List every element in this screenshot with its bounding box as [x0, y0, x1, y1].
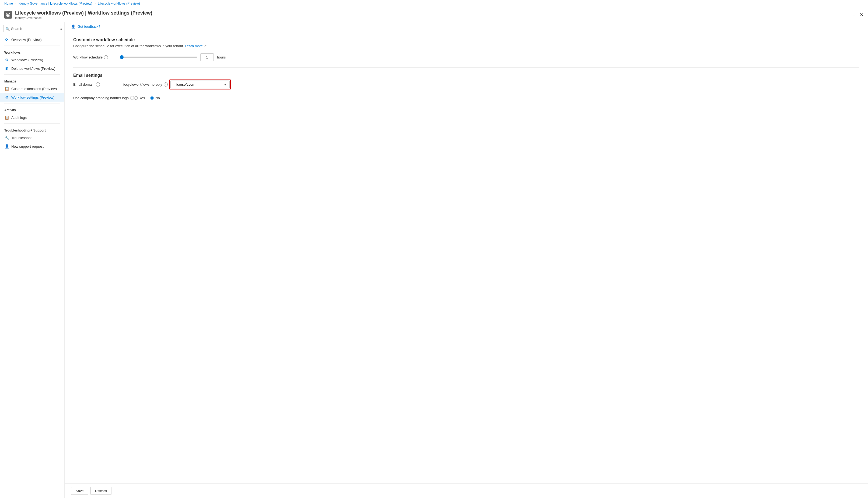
email-domain-label: Email domain i [73, 82, 122, 87]
customize-section: Customize workflow schedule Configure th… [73, 38, 859, 61]
learn-more-link[interactable]: Learn more [185, 44, 203, 48]
divider-4 [4, 123, 60, 124]
customize-title: Customize workflow schedule [73, 38, 859, 42]
workflow-schedule-row: Workflow schedule i 1 hours [73, 53, 859, 61]
section-divider [73, 67, 859, 68]
bottom-bar: Save Discard [65, 483, 868, 498]
sidebar-item-workflow-settings[interactable]: ⚙ Workflow settings (Preview) [0, 93, 64, 102]
email-domain-wrap: lifecycleworkflows-noreply i microsoft.c… [122, 79, 231, 90]
sidebar-item-overview-label: Overview (Preview) [11, 38, 42, 42]
sidebar-item-custom-extensions[interactable]: 📋 Custom extensions (Preview) [0, 84, 64, 93]
email-domain-box: microsoft.com contoso.com [169, 79, 231, 90]
overview-icon: ⟳ [4, 37, 9, 42]
sidebar-item-new-support-request[interactable]: 👤 New support request [0, 142, 64, 150]
page-title: Lifecycle workflows (Preview) | Workflow… [15, 10, 847, 16]
divider-3 [4, 103, 60, 104]
main-content: 👤 Got feedback? Customize workflow sched… [65, 22, 868, 498]
breadcrumb-identity-governance[interactable]: Identity Governance | Lifecycle workflow… [18, 2, 92, 5]
discard-button[interactable]: Discard [91, 487, 111, 495]
sidebar-item-troubleshoot-label: Troubleshoot [11, 136, 31, 140]
email-section: Email settings Email domain i lifecyclew… [73, 73, 859, 100]
radio-yes-input[interactable] [134, 96, 138, 100]
email-domain-row: Email domain i lifecycleworkflows-norepl… [73, 79, 859, 90]
radio-group: Yes No [134, 96, 160, 100]
sidebar-item-workflows-preview[interactable]: ⚙ Workflows (Preview) [0, 55, 64, 64]
workflow-schedule-label: Workflow schedule i [73, 55, 122, 59]
divider [4, 45, 60, 46]
top-bar-titles: Lifecycle workflows (Preview) | Workflow… [15, 10, 847, 19]
radio-yes[interactable]: Yes [134, 96, 145, 100]
section-label-activity: Activity [0, 105, 64, 113]
sidebar-item-audit-logs[interactable]: 📋 Audit logs [0, 113, 64, 122]
email-prefix: lifecycleworkflows-noreply [122, 82, 162, 87]
slider-wrap: 1 hours [122, 53, 226, 61]
close-button[interactable]: ✕ [860, 12, 864, 18]
radio-no-input[interactable] [150, 96, 154, 100]
customize-description: Configure the schedule for execution of … [73, 44, 859, 48]
sidebar-item-extensions-label: Custom extensions (Preview) [11, 87, 57, 91]
slider-unit: hours [217, 55, 226, 59]
sidebar-item-deleted-workflows[interactable]: 🗑 Deleted workflows (Preview) [0, 64, 64, 73]
slider-thumb[interactable] [120, 55, 124, 59]
collapse-icon[interactable]: « [60, 27, 62, 31]
feedback-label: Got feedback? [78, 25, 100, 29]
divider-2 [4, 74, 60, 75]
top-bar: Lifecycle workflows (Preview) | Workflow… [0, 7, 868, 22]
settings-icon: ⚙ [4, 95, 9, 100]
radio-no-label: No [155, 96, 160, 100]
workflow-icon: ⚙ [4, 57, 9, 62]
page-subtitle: Identity Governance [15, 16, 847, 19]
sidebar-item-overview[interactable]: ⟳ Overview (Preview) [0, 35, 64, 44]
radio-no[interactable]: No [150, 96, 160, 100]
feedback-bar[interactable]: 👤 Got feedback? [65, 22, 868, 31]
breadcrumb: Home › Identity Governance | Lifecycle w… [0, 0, 868, 7]
email-domain-info-icon[interactable]: i [96, 82, 100, 87]
feedback-icon: 👤 [71, 25, 76, 29]
sidebar-item-audit-label: Audit logs [11, 116, 27, 120]
sidebar-item-support-label: New support request [11, 144, 44, 148]
branding-label: Use company branding banner logo i [73, 96, 134, 100]
branding-info-icon[interactable]: i [130, 96, 134, 100]
wrench-icon: 🔧 [4, 135, 9, 140]
sidebar-item-settings-label: Workflow settings (Preview) [11, 95, 54, 100]
log-icon: 📋 [4, 115, 9, 120]
email-section-title: Email settings [73, 73, 859, 78]
email-prefix-info-icon[interactable]: i [164, 82, 168, 87]
sidebar-item-deleted-label: Deleted workflows (Preview) [11, 67, 55, 70]
email-domain-select[interactable]: microsoft.com contoso.com [171, 81, 230, 88]
sidebar: 🔍 « ⟳ Overview (Preview) Workflows ⚙ Wor… [0, 22, 65, 498]
radio-yes-label: Yes [139, 96, 145, 100]
person-icon: 👤 [4, 144, 9, 149]
section-label-troubleshooting: Troubleshooting + Support [0, 125, 64, 133]
branding-row: Use company branding banner logo i Yes N… [73, 96, 859, 100]
section-label-workflows: Workflows [0, 48, 64, 55]
section-label-manage: Manage [0, 76, 64, 84]
breadcrumb-lifecycle-workflows[interactable]: Lifecycle workflows (Preview) [98, 2, 140, 5]
workflow-schedule-info-icon[interactable]: i [104, 55, 108, 59]
search-input[interactable] [3, 25, 61, 32]
sidebar-item-troubleshoot[interactable]: 🔧 Troubleshoot [0, 133, 64, 142]
slider-value[interactable]: 1 [200, 53, 214, 61]
sidebar-item-workflows-label: Workflows (Preview) [11, 58, 43, 62]
breadcrumb-home[interactable]: Home [4, 2, 13, 5]
extension-icon: 📋 [4, 86, 9, 91]
search-container: 🔍 « [0, 22, 64, 35]
slider-track[interactable] [122, 56, 197, 58]
content-area: Customize workflow schedule Configure th… [65, 31, 868, 483]
external-link-icon: ↗ [204, 44, 207, 48]
ellipsis-button[interactable]: ... [851, 12, 855, 17]
app-icon [4, 11, 12, 18]
save-button[interactable]: Save [71, 487, 88, 495]
delete-icon: 🗑 [4, 66, 9, 71]
